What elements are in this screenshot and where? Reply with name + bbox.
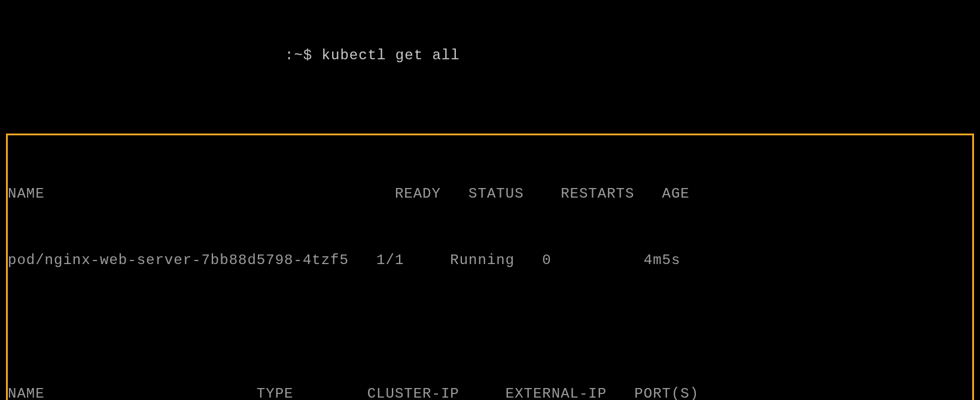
shell-command: kubectl get all [322, 47, 460, 63]
pods-header: NAME READY STATUS RESTARTS AGE [8, 183, 972, 205]
shell-prompt: :~$ [285, 47, 322, 63]
highlight-box-1: NAME READY STATUS RESTARTS AGE pod/nginx… [6, 134, 974, 400]
pod-row: pod/nginx-web-server-7bb88d5798-4tzf5 1/… [8, 249, 972, 271]
terminal-output[interactable]: :~$ kubectl get all NAME READY STATUS RE… [0, 0, 980, 400]
services-header: NAME TYPE CLUSTER-IP EXTERNAL-IP PORT(S) [8, 383, 972, 400]
blank-line [8, 316, 972, 338]
command-line: :~$ kubectl get all [4, 44, 976, 66]
